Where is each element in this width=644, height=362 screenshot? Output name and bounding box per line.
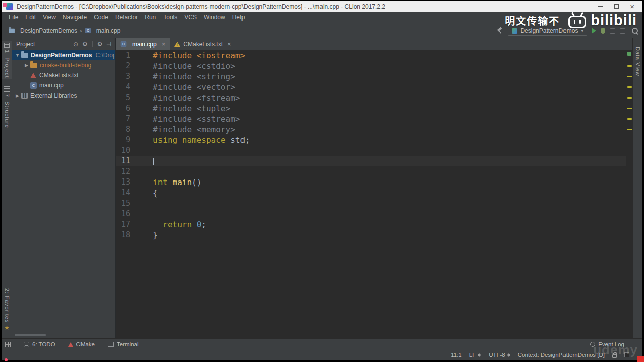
code-line-16[interactable] [153, 209, 626, 219]
code-line-15[interactable] [153, 198, 626, 209]
code-line-12[interactable] [153, 166, 626, 177]
line-number-7[interactable]: 7 [116, 114, 149, 124]
line-number-10[interactable]: 10 [116, 145, 149, 156]
code-line-9[interactable]: using namespace std; [153, 135, 626, 145]
warning-mark-line-3[interactable] [627, 76, 632, 77]
coverage-button[interactable] [610, 28, 615, 34]
warning-mark-line-2[interactable] [627, 65, 632, 67]
line-number-14[interactable]: 14 [116, 188, 149, 198]
scrollbar-thumb[interactable] [15, 334, 46, 336]
profiler-button[interactable] [620, 28, 625, 34]
line-number-9[interactable]: 9 [116, 135, 149, 145]
menu-item-navigate[interactable]: Navigate [59, 12, 90, 23]
clion-logo-icon [6, 3, 13, 10]
code-line-10[interactable] [153, 145, 626, 156]
line-number-11[interactable]: 11 [116, 156, 149, 166]
chevron-down-icon[interactable]: ▼ [15, 53, 20, 58]
code-line-2[interactable]: #include <cstdio> [153, 61, 626, 71]
close-icon[interactable]: × [162, 40, 166, 48]
locate-file-icon[interactable]: ⊙ [73, 41, 78, 47]
breadcrumb-project[interactable]: DesignPatternDemos [8, 27, 77, 34]
horizontal-scrollbar[interactable] [14, 334, 114, 337]
code-line-18[interactable]: } [153, 230, 626, 240]
tree-row-external-libraries[interactable]: ▶ External Libraries [12, 90, 115, 101]
code-line-1[interactable]: #include <iostream> [153, 50, 626, 61]
line-number-4[interactable]: 4 [116, 82, 149, 93]
build-hammer-icon[interactable] [496, 27, 503, 34]
menu-item-tools[interactable]: Tools [159, 12, 181, 23]
code-analysis-indicator[interactable] [627, 52, 631, 56]
tab-cmakelists[interactable]: CMakeLists.txt × [170, 38, 235, 50]
code-line-14[interactable]: { [153, 188, 626, 198]
line-number-12[interactable]: 12 [116, 166, 149, 177]
menu-item-view[interactable]: View [39, 12, 59, 23]
tool-button-terminal[interactable]: Terminal [108, 341, 138, 347]
maximize-button[interactable] [614, 4, 619, 9]
menu-item-code[interactable]: Code [90, 12, 112, 23]
chevron-right-icon[interactable]: ▶ [24, 63, 29, 68]
warning-mark-line-7[interactable] [627, 118, 632, 120]
encoding-widget[interactable]: UTF-8 [489, 352, 510, 358]
bilibili-tv-icon [568, 16, 586, 28]
menu-item-vcs[interactable]: VCS [181, 12, 200, 23]
tool-window-switcher-icon[interactable] [5, 342, 11, 347]
menu-item-refactor[interactable]: Refactor [112, 12, 141, 23]
line-number-2[interactable]: 2 [116, 61, 149, 71]
code-line-7[interactable]: #include <sstream> [153, 114, 626, 124]
menu-item-help[interactable]: Help [229, 12, 249, 23]
video-scrubber-dot [5, 358, 8, 361]
tool-button-project[interactable]: 1: Project [2, 41, 12, 79]
close-icon[interactable]: × [227, 40, 231, 48]
code-line-11[interactable] [153, 156, 626, 166]
line-number-13[interactable]: 13 [116, 177, 149, 188]
tool-button-structure[interactable]: 7: Structure [2, 84, 12, 130]
line-number-18[interactable]: 18 [116, 230, 149, 240]
code-line-13[interactable]: int main() [153, 177, 626, 188]
title-bar: DesignPatternDemos - [C:\Dropbox\Publica… [2, 1, 642, 12]
close-button[interactable]: × [630, 4, 634, 9]
chevron-right-icon[interactable]: ▶ [15, 93, 20, 98]
tree-row-cmakelists[interactable]: CMakeLists.txt [12, 70, 115, 80]
warning-mark-line-8[interactable] [627, 129, 632, 130]
menu-item-file[interactable]: File [5, 12, 22, 23]
code-line-8[interactable]: #include <memory> [153, 124, 626, 135]
code-line-4[interactable]: #include <vector> [153, 82, 626, 93]
settings-gear-icon[interactable]: ⚙ [97, 41, 103, 47]
menu-item-run[interactable]: Run [141, 12, 159, 23]
hide-panel-icon[interactable]: ⊣ [106, 41, 111, 47]
code-line-17[interactable]: return 0; [153, 219, 626, 230]
editor-code[interactable]: #include <iostream>#include <cstdio>#inc… [149, 50, 626, 338]
line-number-6[interactable]: 6 [116, 103, 149, 114]
line-separator-widget[interactable]: LF [469, 352, 481, 358]
line-number-1[interactable]: 1 [116, 50, 149, 61]
minimize-button[interactable] [598, 6, 603, 7]
editor-surface[interactable]: 123456789101112131415161718 #include <io… [116, 50, 632, 338]
line-number-15[interactable]: 15 [116, 198, 149, 209]
code-line-6[interactable]: #include <tuple> [153, 103, 626, 114]
line-number-3[interactable]: 3 [116, 71, 149, 82]
tool-button-todo[interactable]: 6: TODO [24, 341, 55, 347]
breadcrumb-file[interactable]: C main.cpp [85, 27, 121, 34]
tool-button-favorites[interactable]: 2: Favorites ★ [2, 287, 12, 332]
tree-row-cmake-build-debug[interactable]: ▶ cmake-build-debug [12, 60, 115, 70]
gear-icon[interactable]: ⚙ [82, 41, 88, 47]
warning-mark-line-4[interactable] [627, 86, 632, 88]
main-area: 1: Project 7: Structure 2: Favorites ★ P… [2, 38, 642, 338]
menu-item-window[interactable]: Window [200, 12, 229, 23]
caret-position-widget[interactable]: 11:1 [451, 352, 462, 358]
tree-row-root[interactable]: ▼ DesignPatternDemos C:\Drop [12, 50, 115, 60]
code-line-5[interactable]: #include <fstream> [153, 93, 626, 103]
line-separator-label: LF [469, 352, 476, 358]
tab-main-cpp[interactable]: C main.cpp × [116, 38, 170, 50]
warning-mark-line-5[interactable] [627, 97, 632, 99]
line-number-5[interactable]: 5 [116, 93, 149, 103]
code-line-3[interactable]: #include <string> [153, 71, 626, 82]
tool-button-data-view[interactable]: Data View [633, 45, 642, 78]
tool-button-cmake[interactable]: CMake [68, 341, 95, 347]
line-number-16[interactable]: 16 [116, 209, 149, 219]
line-number-17[interactable]: 17 [116, 219, 149, 230]
line-number-8[interactable]: 8 [116, 124, 149, 135]
tree-row-main-cpp[interactable]: C main.cpp [12, 80, 115, 90]
menu-item-edit[interactable]: Edit [22, 12, 39, 23]
warning-mark-line-6[interactable] [627, 108, 632, 109]
